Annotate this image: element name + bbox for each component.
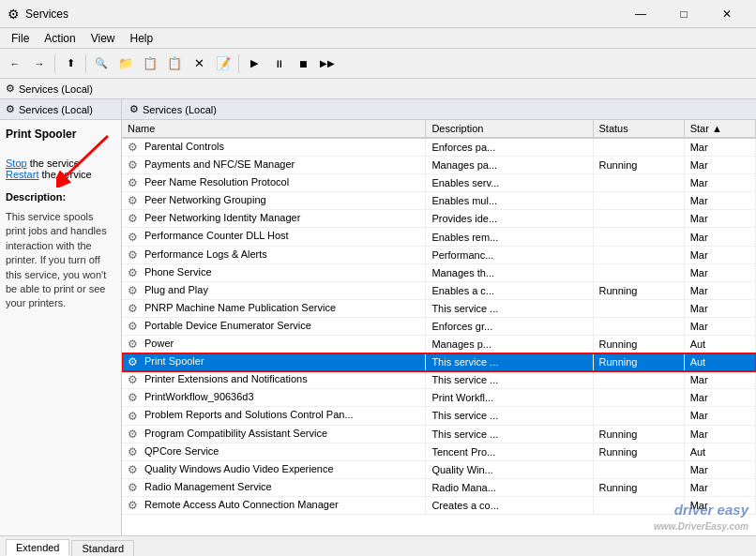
restart-button[interactable]: ▶▶ xyxy=(316,53,339,75)
service-description: This service ... xyxy=(426,299,593,317)
table-row[interactable]: ⚙Phone ServiceManages th...Mar xyxy=(122,263,756,281)
table-row[interactable]: ⚙Printer Extensions and NotificationsThi… xyxy=(122,371,756,389)
paste-button[interactable]: 📋 xyxy=(163,53,186,75)
address-label: Services (Local) xyxy=(19,83,93,95)
service-icon: ⚙ xyxy=(128,410,141,423)
title-bar: ⚙ Services — □ ✕ xyxy=(0,0,756,28)
service-name: ⚙QPCore Service xyxy=(122,443,426,460)
props-button[interactable]: 📝 xyxy=(212,53,234,75)
col-status[interactable]: Status xyxy=(593,120,684,138)
table-row[interactable]: ⚙Performance Counter DLL HostEnables rem… xyxy=(122,228,756,246)
stop-button[interactable]: ⏹ xyxy=(292,53,314,75)
table-row[interactable]: ⚙Problem Reports and Solutions Control P… xyxy=(122,407,756,425)
service-icon: ⚙ xyxy=(128,158,141,172)
folder-button[interactable]: 📁 xyxy=(114,53,137,75)
table-row[interactable]: ⚙Quality Windows Audio Video ExperienceQ… xyxy=(122,460,756,478)
service-description: This service ... xyxy=(426,425,593,443)
services-table: Name Description Status Star ▲ ⚙Parental… xyxy=(122,120,756,515)
menu-view[interactable]: View xyxy=(83,30,123,47)
service-icon: ⚙ xyxy=(128,320,141,333)
table-row[interactable]: ⚙Portable Device Enumerator ServiceEnfor… xyxy=(122,317,756,335)
service-name: ⚙Problem Reports and Solutions Control P… xyxy=(122,407,426,425)
service-status xyxy=(593,389,684,407)
forward-button[interactable]: → xyxy=(28,53,51,75)
service-startup: Mar xyxy=(684,407,755,425)
service-status xyxy=(593,246,684,263)
table-row[interactable]: ⚙PNRP Machine Name Publication ServiceTh… xyxy=(122,299,756,317)
play-button[interactable]: ▶ xyxy=(243,53,265,75)
table-row[interactable]: ⚙PowerManages p...RunningAut xyxy=(122,336,756,353)
service-status: Running xyxy=(593,443,684,460)
table-row[interactable]: ⚙Peer Networking GroupingEnables mul...M… xyxy=(122,192,756,210)
pause-button[interactable]: ⏸ xyxy=(267,53,290,75)
left-panel-header: ⚙ Services (Local) xyxy=(0,99,121,120)
service-name: ⚙Plug and Play xyxy=(122,281,426,299)
table-row[interactable]: ⚙Print SpoolerThis service ...RunningAut xyxy=(122,353,756,371)
menu-file[interactable]: File xyxy=(4,30,37,47)
service-name: ⚙Radio Management Service xyxy=(122,478,426,496)
action-panel: Print Spooler Stop the service Restart t… xyxy=(0,120,121,319)
copy-button[interactable]: 📋 xyxy=(139,53,161,75)
table-row[interactable]: ⚙Program Compatibility Assistant Service… xyxy=(122,425,756,443)
restart-link[interactable]: Restart xyxy=(6,169,38,180)
left-panel-icon: ⚙ xyxy=(6,103,15,115)
table-row[interactable]: ⚙PrintWorkflow_90636d3Print Workfl...Mar xyxy=(122,389,756,407)
service-status xyxy=(593,317,684,335)
service-startup: Aut xyxy=(684,336,755,353)
back-button[interactable]: ← xyxy=(4,53,26,75)
service-startup: Mar xyxy=(684,138,755,157)
service-status: Running xyxy=(593,157,684,174)
service-startup: Mar xyxy=(684,496,755,514)
maximize-button[interactable]: □ xyxy=(662,0,705,28)
col-startup[interactable]: Star ▲ xyxy=(684,120,755,138)
description-title: Description: xyxy=(6,191,115,203)
col-description[interactable]: Description xyxy=(426,120,593,138)
tab-standard[interactable]: Standard xyxy=(71,540,134,556)
service-description: This service ... xyxy=(426,407,593,425)
service-icon: ⚙ xyxy=(128,463,141,476)
up-button[interactable]: ⬆ xyxy=(59,53,82,75)
table-row[interactable]: ⚙Peer Networking Identity ManagerProvide… xyxy=(122,210,756,228)
col-name[interactable]: Name xyxy=(122,120,426,138)
service-status xyxy=(593,228,684,246)
service-name: ⚙Payments and NFC/SE Manager xyxy=(122,157,426,174)
service-name: ⚙Program Compatibility Assistant Service xyxy=(122,425,426,443)
service-startup: Aut xyxy=(684,443,755,460)
service-startup: Mar xyxy=(684,299,755,317)
table-row[interactable]: ⚙Parental ControlsEnforces pa...Mar xyxy=(122,138,756,157)
table-row[interactable]: ⚙Payments and NFC/SE ManagerManages pa..… xyxy=(122,157,756,174)
service-description: Manages p... xyxy=(426,336,593,353)
service-name: ⚙Peer Networking Identity Manager xyxy=(122,210,426,228)
table-row[interactable]: ⚙Radio Management ServiceRadio Mana...Ru… xyxy=(122,478,756,496)
minimize-button[interactable]: — xyxy=(619,0,662,28)
service-name: ⚙Parental Controls xyxy=(122,138,426,157)
search-button[interactable]: 🔍 xyxy=(90,53,113,75)
service-name: ⚙PNRP Machine Name Publication Service xyxy=(122,299,426,317)
table-row[interactable]: ⚙Peer Name Resolution ProtocolEnables se… xyxy=(122,174,756,192)
menu-action[interactable]: Action xyxy=(37,30,83,47)
service-name: ⚙Performance Logs & Alerts xyxy=(122,246,426,263)
restart-suffix: the service xyxy=(38,169,91,180)
table-row[interactable]: ⚙Remote Access Auto Connection ManagerCr… xyxy=(122,496,756,514)
service-icon: ⚙ xyxy=(128,499,141,512)
tab-extended[interactable]: Extended xyxy=(6,539,69,556)
service-status: Running xyxy=(593,281,684,299)
service-icon: ⚙ xyxy=(128,355,141,368)
stop-suffix: the service xyxy=(27,158,80,169)
table-row[interactable]: ⚙Performance Logs & AlertsPerformanc...M… xyxy=(122,246,756,263)
table-row[interactable]: ⚙QPCore ServiceTencent Pro...RunningAut xyxy=(122,443,756,460)
delete-button[interactable]: ✕ xyxy=(188,53,210,75)
service-status: Running xyxy=(593,336,684,353)
table-row[interactable]: ⚙Plug and PlayEnables a c...RunningMar xyxy=(122,281,756,299)
menu-help[interactable]: Help xyxy=(123,30,161,47)
service-startup: Mar xyxy=(684,425,755,443)
service-name: ⚙Performance Counter DLL Host xyxy=(122,228,426,246)
close-button[interactable]: ✕ xyxy=(705,0,748,28)
service-icon: ⚙ xyxy=(128,266,141,279)
service-status xyxy=(593,496,684,514)
service-startup: Aut xyxy=(684,353,755,371)
stop-link[interactable]: Stop xyxy=(6,158,27,169)
service-icon: ⚙ xyxy=(128,373,141,386)
service-status xyxy=(593,263,684,281)
services-table-container[interactable]: Name Description Status Star ▲ ⚙Parental… xyxy=(122,120,756,535)
